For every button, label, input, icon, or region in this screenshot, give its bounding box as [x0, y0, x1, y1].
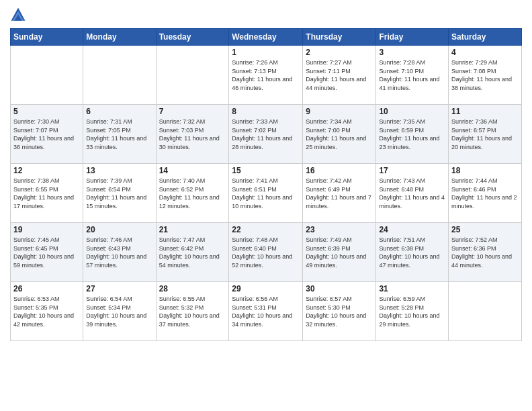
header: [10, 7, 522, 23]
day-info: Sunrise: 7:52 AMSunset: 6:36 PMDaylight:…: [451, 236, 512, 269]
day-number: 4: [451, 48, 519, 57]
calendar-cell: 11Sunrise: 7:36 AMSunset: 6:57 PMDayligh…: [449, 105, 522, 164]
day-number: 6: [86, 107, 152, 116]
calendar-cell: 1Sunrise: 7:26 AMSunset: 7:13 PMDaylight…: [229, 46, 303, 105]
weekday-header-wednesday: Wednesday: [229, 29, 303, 46]
calendar-cell: 30Sunrise: 6:57 AMSunset: 5:30 PMDayligh…: [303, 282, 376, 341]
day-info: Sunrise: 7:45 AMSunset: 6:45 PMDaylight:…: [13, 236, 74, 269]
day-info: Sunrise: 7:28 AMSunset: 7:10 PMDaylight:…: [379, 59, 439, 91]
calendar-cell: 4Sunrise: 7:29 AMSunset: 7:08 PMDaylight…: [449, 46, 522, 105]
calendar-cell: 16Sunrise: 7:42 AMSunset: 6:49 PMDayligh…: [303, 164, 376, 223]
day-number: 9: [306, 107, 373, 116]
day-info: Sunrise: 6:59 AMSunset: 5:28 PMDaylight:…: [379, 295, 439, 328]
day-info: Sunrise: 6:54 AMSunset: 5:34 PMDaylight:…: [86, 295, 146, 328]
day-info: Sunrise: 7:49 AMSunset: 6:39 PMDaylight:…: [306, 236, 366, 269]
calendar-cell: 15Sunrise: 7:41 AMSunset: 6:51 PMDayligh…: [229, 164, 303, 223]
calendar-cell: 23Sunrise: 7:49 AMSunset: 6:39 PMDayligh…: [303, 223, 376, 282]
calendar-cell: 8Sunrise: 7:33 AMSunset: 7:02 PMDaylight…: [229, 105, 303, 164]
calendar-cell: 19Sunrise: 7:45 AMSunset: 6:45 PMDayligh…: [11, 223, 83, 282]
day-info: Sunrise: 7:35 AMSunset: 6:59 PMDaylight:…: [379, 118, 439, 150]
weekday-header-monday: Monday: [83, 29, 156, 46]
day-info: Sunrise: 6:55 AMSunset: 5:32 PMDaylight:…: [159, 295, 220, 328]
calendar-cell: 26Sunrise: 6:53 AMSunset: 5:35 PMDayligh…: [11, 282, 83, 341]
day-info: Sunrise: 7:30 AMSunset: 7:07 PMDaylight:…: [13, 118, 74, 150]
weekday-header-tuesday: Tuesday: [156, 29, 229, 46]
calendar-cell: 22Sunrise: 7:48 AMSunset: 6:40 PMDayligh…: [229, 223, 303, 282]
day-info: Sunrise: 7:44 AMSunset: 6:46 PMDaylight:…: [451, 177, 517, 210]
day-info: Sunrise: 7:48 AMSunset: 6:40 PMDaylight:…: [232, 236, 292, 269]
day-number: 5: [13, 107, 80, 116]
day-number: 18: [451, 166, 519, 175]
calendar-cell: 18Sunrise: 7:44 AMSunset: 6:46 PMDayligh…: [449, 164, 522, 223]
day-info: Sunrise: 7:43 AMSunset: 6:48 PMDaylight:…: [379, 177, 445, 210]
calendar-cell: [83, 46, 156, 105]
calendar-cell: [11, 46, 83, 105]
day-number: 8: [232, 107, 300, 116]
logo-icon: [10, 7, 26, 23]
day-number: 11: [451, 107, 519, 116]
calendar-cell: 24Sunrise: 7:51 AMSunset: 6:38 PMDayligh…: [376, 223, 449, 282]
week-row-1: 1Sunrise: 7:26 AMSunset: 7:13 PMDaylight…: [11, 46, 522, 105]
week-row-3: 12Sunrise: 7:38 AMSunset: 6:55 PMDayligh…: [11, 164, 522, 223]
day-info: Sunrise: 6:57 AMSunset: 5:30 PMDaylight:…: [306, 295, 366, 328]
day-info: Sunrise: 7:29 AMSunset: 7:08 PMDaylight:…: [451, 59, 512, 91]
weekday-header-sunday: Sunday: [11, 29, 83, 46]
calendar-cell: 9Sunrise: 7:34 AMSunset: 7:00 PMDaylight…: [303, 105, 376, 164]
calendar-cell: 10Sunrise: 7:35 AMSunset: 6:59 PMDayligh…: [376, 105, 449, 164]
day-info: Sunrise: 7:31 AMSunset: 7:05 PMDaylight:…: [86, 118, 146, 150]
calendar-cell: 25Sunrise: 7:52 AMSunset: 6:36 PMDayligh…: [449, 223, 522, 282]
calendar-cell: 5Sunrise: 7:30 AMSunset: 7:07 PMDaylight…: [11, 105, 83, 164]
day-number: 22: [232, 225, 300, 234]
day-number: 28: [159, 284, 226, 293]
day-number: 21: [159, 225, 226, 234]
day-number: 7: [159, 107, 226, 116]
day-number: 23: [306, 225, 373, 234]
calendar-cell: [156, 46, 229, 105]
calendar-cell: 21Sunrise: 7:47 AMSunset: 6:42 PMDayligh…: [156, 223, 229, 282]
page: SundayMondayTuesdayWednesdayThursdayFrid…: [0, 0, 532, 411]
week-row-2: 5Sunrise: 7:30 AMSunset: 7:07 PMDaylight…: [11, 105, 522, 164]
weekday-header-friday: Friday: [376, 29, 449, 46]
day-info: Sunrise: 7:33 AMSunset: 7:02 PMDaylight:…: [232, 118, 292, 150]
day-info: Sunrise: 7:46 AMSunset: 6:43 PMDaylight:…: [86, 236, 146, 269]
calendar-cell: 7Sunrise: 7:32 AMSunset: 7:03 PMDaylight…: [156, 105, 229, 164]
day-number: 10: [379, 107, 445, 116]
day-info: Sunrise: 6:56 AMSunset: 5:31 PMDaylight:…: [232, 295, 292, 328]
weekday-header-thursday: Thursday: [303, 29, 376, 46]
day-number: 24: [379, 225, 445, 234]
day-number: 29: [232, 284, 300, 293]
day-number: 26: [13, 284, 80, 293]
day-info: Sunrise: 6:53 AMSunset: 5:35 PMDaylight:…: [13, 295, 74, 328]
calendar-cell: 29Sunrise: 6:56 AMSunset: 5:31 PMDayligh…: [229, 282, 303, 341]
day-number: 30: [306, 284, 373, 293]
week-row-5: 26Sunrise: 6:53 AMSunset: 5:35 PMDayligh…: [11, 282, 522, 341]
day-number: 16: [306, 166, 373, 175]
day-number: 12: [13, 166, 80, 175]
day-number: 27: [86, 284, 152, 293]
day-info: Sunrise: 7:34 AMSunset: 7:00 PMDaylight:…: [306, 118, 366, 150]
calendar-cell: 31Sunrise: 6:59 AMSunset: 5:28 PMDayligh…: [376, 282, 449, 341]
day-number: 1: [232, 48, 300, 57]
day-info: Sunrise: 7:32 AMSunset: 7:03 PMDaylight:…: [159, 118, 220, 150]
day-number: 17: [379, 166, 445, 175]
day-info: Sunrise: 7:41 AMSunset: 6:51 PMDaylight:…: [232, 177, 292, 210]
day-number: 25: [451, 225, 519, 234]
day-info: Sunrise: 7:36 AMSunset: 6:57 PMDaylight:…: [451, 118, 512, 150]
calendar-cell: 20Sunrise: 7:46 AMSunset: 6:43 PMDayligh…: [83, 223, 156, 282]
calendar-cell: 3Sunrise: 7:28 AMSunset: 7:10 PMDaylight…: [376, 46, 449, 105]
day-number: 13: [86, 166, 152, 175]
calendar-cell: 6Sunrise: 7:31 AMSunset: 7:05 PMDaylight…: [83, 105, 156, 164]
day-info: Sunrise: 7:39 AMSunset: 6:54 PMDaylight:…: [86, 177, 146, 210]
calendar-cell: 12Sunrise: 7:38 AMSunset: 6:55 PMDayligh…: [11, 164, 83, 223]
logo: [10, 7, 29, 23]
day-number: 15: [232, 166, 300, 175]
day-number: 14: [159, 166, 226, 175]
calendar-cell: 17Sunrise: 7:43 AMSunset: 6:48 PMDayligh…: [376, 164, 449, 223]
day-info: Sunrise: 7:26 AMSunset: 7:13 PMDaylight:…: [232, 59, 292, 91]
calendar-cell: 28Sunrise: 6:55 AMSunset: 5:32 PMDayligh…: [156, 282, 229, 341]
day-info: Sunrise: 7:27 AMSunset: 7:11 PMDaylight:…: [306, 59, 366, 91]
weekday-header-saturday: Saturday: [449, 29, 522, 46]
day-info: Sunrise: 7:47 AMSunset: 6:42 PMDaylight:…: [159, 236, 220, 269]
weekday-header-row: SundayMondayTuesdayWednesdayThursdayFrid…: [11, 29, 522, 46]
week-row-4: 19Sunrise: 7:45 AMSunset: 6:45 PMDayligh…: [11, 223, 522, 282]
